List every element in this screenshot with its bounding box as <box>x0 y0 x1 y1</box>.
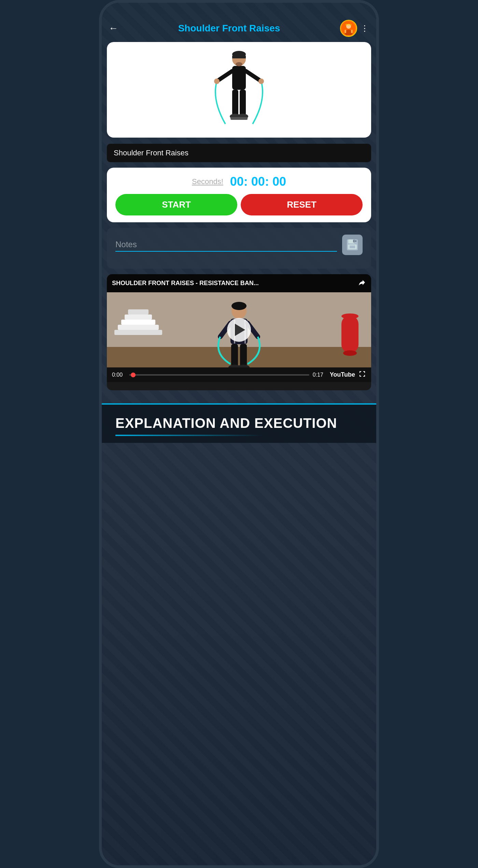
svg-rect-29 <box>118 325 159 330</box>
back-button[interactable]: ← <box>109 23 118 34</box>
play-button[interactable] <box>227 318 251 342</box>
video-section: SHOULDER FRONT RAISES - RESISTANCE BAN..… <box>107 274 371 390</box>
exercise-image-container <box>107 42 371 138</box>
timer-display: Seconds! 00: 00: 00 <box>115 174 363 189</box>
exercise-name-bar: Shoulder Front Raises <box>107 144 371 162</box>
top-navigation: ← Shoulder Front Raises PRO ⋮ <box>102 16 376 39</box>
exercise-name: Shoulder Front Raises <box>114 149 188 157</box>
svg-point-18 <box>258 79 264 84</box>
svg-rect-13 <box>240 90 246 115</box>
timer-buttons: START RESET <box>115 194 363 215</box>
video-time-total: 0:17 <box>313 372 326 378</box>
svg-rect-24 <box>350 246 355 248</box>
notes-input-row <box>115 235 363 255</box>
page-title: Shoulder Front Raises <box>118 23 340 34</box>
status-bar <box>102 3 376 16</box>
video-title-bar: SHOULDER FRONT RAISES - RESISTANCE BAN..… <box>107 274 371 292</box>
svg-line-10 <box>217 71 232 81</box>
fullscreen-icon[interactable] <box>358 370 366 379</box>
timer-section: Seconds! 00: 00: 00 START RESET <box>107 168 371 222</box>
svg-rect-34 <box>341 316 358 353</box>
exercise-figure <box>201 49 277 131</box>
play-triangle-icon <box>235 324 245 336</box>
svg-point-17 <box>214 79 220 84</box>
explanation-underline <box>115 435 264 436</box>
video-time-current: 0:00 <box>112 372 126 378</box>
svg-rect-28 <box>114 330 162 335</box>
svg-point-37 <box>231 302 247 310</box>
youtube-logo: YouTube <box>330 371 355 378</box>
save-notes-button[interactable] <box>342 235 363 255</box>
share-icon[interactable] <box>358 278 366 288</box>
svg-rect-43 <box>231 344 238 366</box>
notes-input[interactable] <box>115 238 337 252</box>
svg-point-25 <box>355 240 356 242</box>
video-progress-bar[interactable] <box>129 374 309 376</box>
explanation-section: EXPLANATION AND EXECUTION <box>102 403 376 443</box>
svg-rect-32 <box>128 309 149 314</box>
svg-rect-5 <box>351 30 353 33</box>
svg-rect-9 <box>232 66 246 90</box>
timer-label: Seconds! <box>192 177 223 186</box>
user-avatar[interactable]: PRO <box>340 20 357 37</box>
svg-rect-31 <box>125 314 152 320</box>
notes-section <box>107 228 371 269</box>
svg-point-35 <box>343 350 357 356</box>
svg-rect-22 <box>353 240 355 242</box>
svg-line-11 <box>246 71 261 81</box>
video-thumbnail <box>107 292 371 367</box>
svg-text:PRO: PRO <box>346 23 351 26</box>
svg-rect-8 <box>232 56 246 58</box>
reset-button[interactable]: RESET <box>241 194 363 215</box>
timer-time: 00: 00: 00 <box>230 174 286 189</box>
start-button[interactable]: START <box>115 194 237 215</box>
video-title: SHOULDER FRONT RAISES - RESISTANCE BAN..… <box>112 280 259 287</box>
svg-rect-12 <box>232 90 238 115</box>
menu-button[interactable]: ⋮ <box>361 24 369 33</box>
explanation-title: EXPLANATION AND EXECUTION <box>115 415 363 431</box>
svg-rect-30 <box>121 320 155 325</box>
progress-dot <box>131 373 136 377</box>
svg-point-19 <box>236 62 242 66</box>
svg-rect-4 <box>345 30 346 33</box>
svg-rect-44 <box>240 344 247 366</box>
nav-right-icons: PRO ⋮ <box>340 20 369 37</box>
svg-rect-16 <box>230 117 248 120</box>
video-controls: 0:00 0:17 YouTube <box>107 367 371 382</box>
